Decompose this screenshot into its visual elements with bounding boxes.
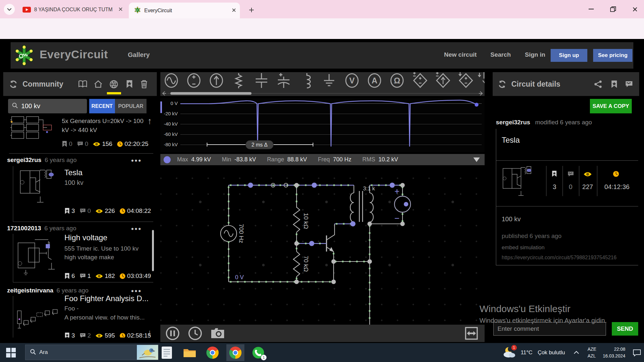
app-title[interactable]: EveryCircuit — [40, 48, 108, 61]
item-desc: Foo - — [64, 305, 79, 312]
list-item-selected[interactable]: sergei32rus 6 years ago ●●● Tesla 100 kv… — [3, 157, 157, 223]
comment-input[interactable] — [493, 322, 606, 336]
tab-search-chevron-icon[interactable] — [4, 4, 15, 15]
taskbar-search[interactable]: Ara — [25, 345, 158, 360]
list-item[interactable]: zeitgeistnirvana 6 years ago ●●● Foo Fig… — [3, 287, 157, 338]
taskbar-app-document[interactable] — [158, 344, 176, 361]
oscilloscope[interactable]: 0 V -20 kV -40 kV -60 kV -80 kV 2 ms Δ — [160, 98, 485, 152]
tab-close-icon[interactable] — [118, 7, 123, 13]
refresh-icon[interactable] — [8, 79, 18, 89]
toolbar-scroll-left-icon[interactable] — [162, 91, 166, 96]
community-globe-icon[interactable] — [109, 79, 118, 89]
notification-center-icon[interactable] — [632, 349, 641, 357]
stat-label: Min — [222, 156, 231, 163]
taskbar-whatsapp[interactable]: 1 — [249, 344, 267, 361]
tab-close-icon[interactable] — [232, 8, 236, 14]
controlled-source-partial-icon[interactable] — [478, 72, 485, 89]
browser-tab-youtube[interactable]: 8 YAŞINDA ÇOCUK ORUÇ TUTM — [19, 3, 127, 16]
toolbar-scroll-right-icon[interactable] — [479, 91, 483, 96]
schematic-canvas[interactable]: 700 Hz 10 kΩ 70 kΩ 3:1 k 0 V + − — [160, 166, 485, 325]
tab-recent[interactable]: RECENT — [89, 99, 115, 113]
dc-current-source-icon[interactable] — [208, 72, 225, 89]
weather-icon[interactable]: 1 — [502, 346, 516, 360]
channel-dot[interactable] — [164, 156, 171, 163]
tray-chevron-icon[interactable] — [573, 351, 579, 354]
taskbar-temp[interactable]: 11°C — [521, 349, 533, 356]
share-icon[interactable] — [593, 79, 603, 89]
trash-icon[interactable] — [139, 79, 149, 89]
item-author[interactable]: zeitgeistnirvana — [7, 287, 53, 294]
embed-simulation-link[interactable]: embed simulation — [502, 244, 545, 251]
voltmeter-icon[interactable]: V — [344, 72, 360, 89]
controlled-source-icon[interactable] — [458, 72, 474, 89]
pause-button[interactable] — [166, 326, 180, 340]
start-button[interactable] — [2, 344, 20, 361]
dc-voltage-source-icon[interactable] — [185, 72, 202, 89]
sim-time: 02:58:15 — [127, 332, 151, 338]
window-restore-button[interactable] — [604, 0, 622, 18]
send-button[interactable]: SEND — [612, 322, 638, 336]
taskbar-file-explorer[interactable] — [181, 344, 199, 361]
item-author[interactable]: sergei32rus — [7, 157, 42, 164]
search-link[interactable]: Search — [490, 51, 511, 58]
list-scrollbar[interactable] — [152, 230, 154, 271]
comment-count: 0 — [88, 207, 91, 214]
ac-source-icon[interactable] — [163, 72, 180, 89]
home-icon[interactable] — [93, 79, 103, 89]
language-indicator[interactable]: AZEAZL — [588, 346, 596, 359]
tab-popular[interactable]: POPULAR — [115, 99, 147, 113]
new-tab-button[interactable] — [247, 5, 256, 15]
window-close-button[interactable] — [626, 0, 644, 18]
item-menu-icon[interactable]: ●●● — [131, 157, 142, 163]
new-circuit-link[interactable]: New circuit — [444, 51, 477, 58]
taskbar-chrome-2-active[interactable] — [226, 344, 244, 361]
ammeter-icon[interactable]: A — [366, 72, 383, 89]
comments-icon[interactable] — [624, 79, 634, 89]
capacitor-icon[interactable] — [253, 72, 270, 89]
toolbar-scroll-thumb[interactable] — [170, 92, 251, 95]
controlled-current-source-icon[interactable] — [435, 72, 451, 89]
taskbar-chrome-1[interactable] — [204, 344, 222, 361]
gallery-link[interactable]: Gallery — [128, 51, 150, 59]
list-item[interactable]: 5x Generators U=20kV -> 100 kV -> 440 kV… — [3, 115, 157, 154]
svg-text:Ω: Ω — [394, 76, 400, 85]
list-item[interactable]: 1721002013 6 years ago ●●● High voltage … — [3, 225, 157, 283]
scope-trace[interactable]: 2 ms Δ — [160, 98, 485, 152]
sidebar-search[interactable] — [8, 99, 87, 113]
resistor-icon[interactable] — [230, 72, 247, 89]
controlled-voltage-source-icon[interactable] — [412, 72, 429, 89]
item-menu-icon[interactable]: ●●● — [131, 226, 142, 231]
refresh-icon[interactable] — [497, 79, 507, 89]
inductor-icon[interactable] — [298, 72, 315, 89]
bookmarks-icon[interactable] — [125, 79, 134, 89]
window-minimize-button[interactable] — [582, 0, 600, 18]
taskbar-weather-text[interactable]: Çok bulutlu — [538, 349, 565, 356]
ohmmeter-icon[interactable]: Ω — [389, 72, 405, 89]
clock-date[interactable]: 22:0816.03.2024 — [603, 346, 625, 359]
bookmark-icon[interactable] — [609, 79, 619, 89]
scroll-up-icon[interactable]: ↑ — [147, 116, 152, 126]
details-author[interactable]: sergei32rus — [496, 119, 530, 126]
search-input[interactable] — [21, 102, 79, 110]
item-menu-icon[interactable]: ●●● — [131, 288, 142, 293]
tesla-schematic[interactable]: 700 Hz 10 kΩ 70 kΩ 3:1 k 0 V + − — [160, 166, 485, 325]
details-title: Circuit details — [511, 80, 560, 89]
scope-stats-bar[interactable]: Max4.99 kV Min-83.8 kV Range88.8 kV Freq… — [160, 154, 485, 165]
collapse-scope-icon[interactable] — [473, 157, 480, 162]
save-a-copy-button[interactable]: SAVE A COPY — [590, 99, 632, 113]
item-author[interactable]: 1721002013 — [7, 225, 41, 232]
sign-up-button[interactable]: Sign up — [551, 49, 587, 62]
everycircuit-logo[interactable] — [13, 44, 36, 68]
browser-tab-everycircuit[interactable]: EveryCircuit — [129, 3, 240, 18]
ground-icon[interactable] — [321, 72, 337, 89]
sign-in-link[interactable]: Sign in — [525, 51, 545, 58]
see-pricing-button[interactable]: See pricing — [593, 49, 632, 62]
expand-button[interactable] — [465, 327, 478, 340]
polarized-capacitor-icon[interactable] — [275, 72, 292, 89]
stat-value: -83.8 kV — [234, 156, 256, 163]
screenshot-button[interactable] — [211, 327, 225, 339]
search-highlight-image[interactable] — [137, 345, 158, 360]
sim-time-button[interactable] — [188, 326, 202, 340]
textbook-icon[interactable] — [78, 79, 88, 89]
item-time: 6 years ago — [45, 157, 77, 164]
